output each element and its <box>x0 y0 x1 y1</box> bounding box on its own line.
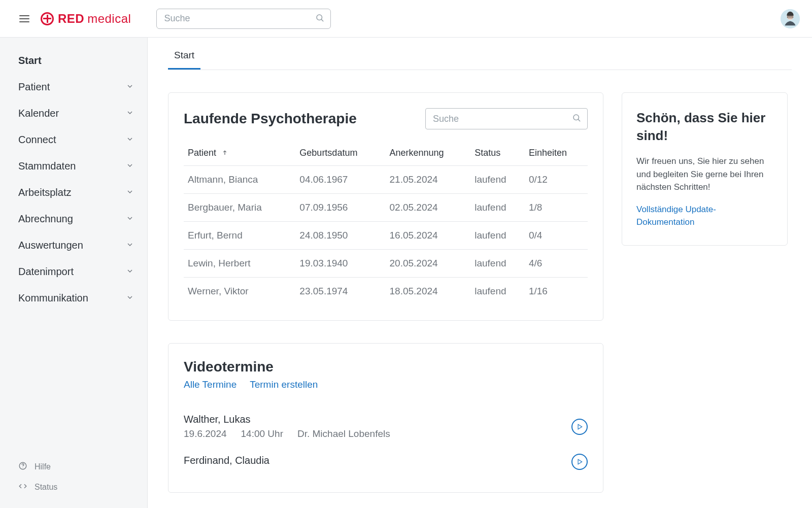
sidebar-item-start[interactable]: Start <box>0 48 147 74</box>
chevron-down-icon <box>126 81 134 93</box>
therapy-title: Laufende Psychotherapie <box>184 111 357 127</box>
svg-marker-11 <box>578 459 582 464</box>
col-approval[interactable]: Anerkennung <box>386 141 471 166</box>
appointment-name: Ferdinand, Claudia <box>184 455 269 466</box>
start-video-button[interactable] <box>571 419 588 435</box>
chevron-down-icon <box>126 187 134 198</box>
appointment-time: 14:00 Uhr <box>241 428 283 439</box>
sidebar-status-link[interactable]: Status <box>18 482 129 493</box>
tab-start[interactable]: Start <box>168 38 200 70</box>
sidebar-item-label: Connect <box>18 134 56 146</box>
sidebar-item-kalender[interactable]: Kalender <box>0 100 147 126</box>
status-label: Status <box>35 483 57 492</box>
therapy-card: Laufende Psychotherapie <box>168 92 603 321</box>
sidebar-item-kommunikation[interactable]: Kommunikation <box>0 285 147 311</box>
start-video-button[interactable] <box>571 454 588 470</box>
appointment-name: Walther, Lukas <box>184 414 390 425</box>
video-card: Videotermine Alle Termine Termin erstell… <box>168 343 603 493</box>
chevron-down-icon <box>126 160 134 172</box>
search-icon <box>315 13 324 24</box>
chevron-down-icon <box>126 292 134 304</box>
welcome-link[interactable]: Vollständige Update-Dokumentation <box>636 205 716 227</box>
sidebar-item-datenimport[interactable]: Datenimport <box>0 259 147 285</box>
sort-ascending-icon <box>222 148 228 158</box>
sidebar-item-abrechnung[interactable]: Abrechnung <box>0 206 147 232</box>
sidebar-item-label: Datenimport <box>18 266 74 278</box>
sidebar-item-stammdaten[interactable]: Stammdaten <box>0 153 147 179</box>
therapy-table: Patient Geburtsdatum Anerkennung Status … <box>184 141 588 305</box>
therapy-search-input[interactable] <box>432 113 572 125</box>
sidebar-item-label: Start <box>18 55 42 66</box>
chevron-down-icon <box>126 240 134 251</box>
col-patient[interactable]: Patient <box>184 141 295 166</box>
table-row[interactable]: Werner, Viktor 23.05.1974 18.05.2024 lau… <box>184 278 588 306</box>
help-icon <box>18 461 27 472</box>
sidebar-item-label: Arbeitsplatz <box>18 187 72 198</box>
sidebar-item-label: Kommunikation <box>18 292 88 304</box>
table-row[interactable]: Altmann, Bianca 04.06.1967 21.05.2024 la… <box>184 166 588 194</box>
global-search[interactable] <box>156 9 331 29</box>
svg-point-6 <box>22 467 23 468</box>
global-search-input[interactable] <box>163 13 315 24</box>
sidebar-nav: Start Patient Kalender Connect Stammdate… <box>0 38 148 508</box>
menu-toggle-button[interactable] <box>16 12 32 25</box>
sidebar-item-label: Patient <box>18 81 50 93</box>
welcome-body: Wir freuen uns, Sie hier zu sehen und be… <box>636 155 773 194</box>
sidebar-item-patient[interactable]: Patient <box>0 74 147 100</box>
video-link-create[interactable]: Termin erstellen <box>250 379 318 390</box>
col-status[interactable]: Status <box>470 141 525 166</box>
table-row[interactable]: Bergbauer, Maria 07.09.1956 02.05.2024 l… <box>184 194 588 222</box>
sidebar-help-link[interactable]: Hilfe <box>18 461 129 472</box>
brand-red: RED <box>58 12 84 26</box>
sidebar-item-auswertungen[interactable]: Auswertungen <box>0 232 147 258</box>
search-icon <box>572 113 581 124</box>
sidebar-item-arbeitsplatz[interactable]: Arbeitsplatz <box>0 180 147 206</box>
help-label: Hilfe <box>35 462 51 471</box>
video-link-all[interactable]: Alle Termine <box>184 379 236 390</box>
chevron-down-icon <box>126 213 134 225</box>
video-title: Videotermine <box>184 359 588 375</box>
code-icon <box>18 482 27 493</box>
sidebar-item-label: Kalender <box>18 108 59 119</box>
welcome-panel: Schön, dass Sie hier sind! Wir freuen un… <box>622 92 788 246</box>
chevron-down-icon <box>126 108 134 119</box>
appointment-row: Ferdinand, Claudia <box>184 447 588 477</box>
table-row[interactable]: Erfurt, Bernd 24.08.1950 16.05.2024 lauf… <box>184 222 588 250</box>
svg-line-1 <box>322 19 323 21</box>
user-avatar[interactable] <box>781 9 800 28</box>
sidebar-item-connect[interactable]: Connect <box>0 127 147 153</box>
chevron-down-icon <box>126 266 134 278</box>
sidebar-item-label: Abrechnung <box>18 213 73 225</box>
table-row[interactable]: Lewin, Herbert 19.03.1940 20.05.2024 lau… <box>184 250 588 278</box>
svg-line-8 <box>578 119 580 121</box>
brand-mark-icon <box>41 12 54 25</box>
svg-marker-10 <box>578 424 582 429</box>
chevron-down-icon <box>126 134 134 146</box>
welcome-title: Schön, dass Sie hier sind! <box>636 109 773 145</box>
appointment-doctor: Dr. Michael Lobenfels <box>297 428 390 439</box>
therapy-search[interactable] <box>425 108 588 129</box>
sidebar-item-label: Auswertungen <box>18 240 83 251</box>
col-units[interactable]: Einheiten <box>525 141 588 166</box>
sidebar-item-label: Stammdaten <box>18 160 76 172</box>
brand-logo[interactable]: RED medical <box>41 12 131 26</box>
appointment-date: 19.6.2024 <box>184 428 227 439</box>
col-birth[interactable]: Geburtsdatum <box>295 141 385 166</box>
brand-medical: medical <box>87 12 131 26</box>
appointment-row: Walther, Lukas 19.6.2024 14:00 Uhr Dr. M… <box>184 407 588 447</box>
tabbar: Start <box>168 38 792 70</box>
